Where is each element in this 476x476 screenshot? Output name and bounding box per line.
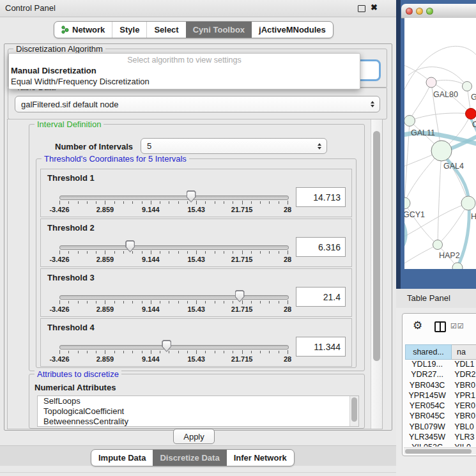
- network-edge[interactable]: [404, 203, 438, 245]
- network-edge[interactable]: [404, 245, 438, 266]
- network-node[interactable]: [431, 141, 452, 161]
- gear-icon[interactable]: ⚙: [413, 319, 422, 332]
- checkboxes-icon[interactable]: ☑☑: [450, 322, 464, 330]
- table-row[interactable]: YIL052CYIL0: [405, 443, 476, 447]
- table-row[interactable]: YER054CYER0: [405, 401, 476, 411]
- network-canvas[interactable]: GAL80GGAL11GAL4GCY1HHAP2C: [404, 18, 476, 269]
- table-cell: YER054C: [405, 401, 449, 411]
- tick-mark: [205, 351, 206, 353]
- number-of-intervals-label: Number of Intervals: [55, 142, 133, 151]
- threshold-slider-track[interactable]: [59, 295, 289, 300]
- table-row[interactable]: YDR27...YDR2: [405, 370, 476, 380]
- threshold-slider-track[interactable]: [59, 345, 289, 349]
- tick-mark: [279, 201, 279, 204]
- tick-mark: [233, 301, 233, 303]
- tick-mark: [151, 350, 151, 354]
- table-data-combo[interactable]: galFiltered.sif default node: [15, 96, 380, 112]
- network-node[interactable]: [404, 197, 410, 209]
- table-cell: YIL0: [449, 443, 476, 447]
- node-label-gcy1: GCY1: [404, 210, 425, 219]
- scale-label: 2.859: [96, 355, 114, 363]
- tick-mark: [96, 251, 96, 254]
- interval-definition-groupbox: Interval Definition Number of Intervals …: [29, 124, 365, 371]
- algorithm-option-equal-width-frequency-discretization[interactable]: Equal Width/Frequency Discretization: [9, 76, 360, 87]
- tick-mark: [279, 351, 279, 353]
- tick-mark: [142, 301, 142, 303]
- threshold-slider-track[interactable]: [59, 196, 289, 200]
- tick-mark: [196, 350, 197, 354]
- attributes-scrollbar-thumb[interactable]: [351, 397, 357, 422]
- app-root: Control Panel ✖ NetworkStyleSelectCyni T…: [0, 0, 476, 476]
- network-node[interactable]: [404, 116, 415, 127]
- table-row[interactable]: YLR345WYLR3: [405, 433, 476, 443]
- algorithm-option-manual-discretization[interactable]: Manual Discretization: [9, 65, 360, 76]
- tab-select[interactable]: Select: [146, 22, 185, 38]
- table-row[interactable]: YDL19...YDL1: [405, 360, 476, 370]
- apply-button[interactable]: Apply: [173, 429, 215, 444]
- network-node[interactable]: [433, 240, 443, 250]
- node-label-gal4: GAL4: [443, 162, 464, 171]
- network-edge[interactable]: [410, 82, 431, 121]
- traffic-light-zoom[interactable]: [426, 8, 433, 15]
- network-edge-thick[interactable]: [404, 224, 406, 249]
- threshold-value-field[interactable]: 21.4: [296, 287, 346, 307]
- tab-style[interactable]: Style: [112, 22, 146, 38]
- table-cell: YDR2: [449, 370, 476, 380]
- tick-mark: [288, 300, 288, 304]
- tab-cyni-toolbox[interactable]: Cyni Toolbox: [186, 22, 252, 38]
- table-panel-body: ⚙ ☑☑ shared...na YDL19...YDL1YDR27...YDR…: [396, 308, 476, 476]
- attributes-scrollbar[interactable]: [349, 396, 358, 426]
- threshold-slider-thumb[interactable]: [162, 340, 171, 352]
- threshold-value-field[interactable]: 14.713: [296, 187, 346, 207]
- settings-scrollbar[interactable]: [371, 119, 382, 429]
- table-hscrollbar-thumb[interactable]: [405, 449, 472, 454]
- tab-network[interactable]: Network: [54, 22, 112, 38]
- settings-scrollbar-thumb[interactable]: [373, 131, 380, 361]
- network-edge[interactable]: [438, 151, 441, 245]
- number-of-intervals-combo[interactable]: 5: [141, 138, 327, 154]
- scale-label: 15.43: [187, 305, 205, 313]
- attribute-item-topologicalcoefficient[interactable]: TopologicalCoefficient: [38, 406, 358, 417]
- threshold-slider-thumb[interactable]: [235, 290, 245, 302]
- bottom-tab-infer-network[interactable]: Infer Network: [227, 450, 294, 466]
- threshold-label: Threshold 4: [47, 323, 95, 332]
- threshold-value-field[interactable]: 11.344: [296, 337, 346, 357]
- threshold-slider-thumb[interactable]: [125, 240, 135, 252]
- attribute-item-betweennesscentrality[interactable]: BetweennessCentrality: [38, 417, 358, 427]
- float-window-icon[interactable]: [358, 5, 365, 12]
- node-label-gal80: GAL80: [433, 90, 458, 99]
- table-row[interactable]: YBL079WYBL0: [405, 422, 476, 433]
- tick-mark: [160, 301, 160, 303]
- network-node[interactable]: [461, 196, 475, 210]
- table-row[interactable]: YBR045CYBR0: [405, 411, 476, 422]
- traffic-light-close[interactable]: [406, 8, 413, 15]
- bottom-tab-discretize-data[interactable]: Discretize Data: [153, 450, 226, 466]
- attribute-item-selfloops[interactable]: SelfLoops: [38, 396, 358, 406]
- bottom-tab-impute-data[interactable]: Impute Data: [91, 450, 153, 466]
- close-icon[interactable]: ✖: [371, 3, 378, 12]
- threshold-slider-track[interactable]: [59, 245, 289, 250]
- column-header-2[interactable]: na: [452, 344, 476, 360]
- traffic-light-minimize[interactable]: [416, 8, 423, 15]
- tick-mark: [142, 351, 142, 353]
- threshold-value-field[interactable]: 6.316: [296, 237, 346, 257]
- tick-mark: [105, 201, 105, 204]
- table-row[interactable]: YPR145WYPR1: [405, 391, 476, 401]
- network-window-titlebar[interactable]: [401, 4, 476, 19]
- tick-mark: [142, 201, 142, 204]
- network-edge[interactable]: [410, 113, 471, 121]
- table-cell: YDL1: [449, 360, 476, 370]
- tab-jactivemnodules[interactable]: jActiveMNodules: [252, 22, 333, 38]
- tick-mark: [224, 351, 224, 353]
- column-header-1[interactable]: shared...: [405, 344, 452, 360]
- table-hscrollbar[interactable]: [404, 447, 476, 454]
- threshold-box-1: Threshold 1-3.4262.8599.14415.4321.71528…: [40, 169, 352, 217]
- network-node[interactable]: [463, 82, 472, 91]
- network-node[interactable]: [426, 77, 436, 88]
- network-edge[interactable]: [404, 203, 468, 238]
- columns-icon[interactable]: [434, 321, 446, 332]
- network-edge[interactable]: [408, 67, 467, 86]
- combo-stepper-icon: [318, 143, 321, 150]
- table-row[interactable]: YBR043CYBR0: [405, 381, 476, 391]
- network-node[interactable]: [466, 109, 476, 119]
